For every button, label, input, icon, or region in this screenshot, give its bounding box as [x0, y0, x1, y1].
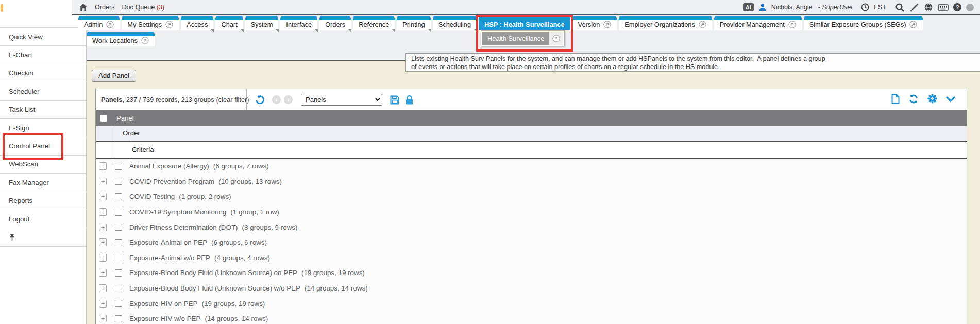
expand-row-icon[interactable]: +: [99, 315, 107, 322]
tab-my-settings[interactable]: My Settings: [122, 16, 179, 30]
clear-filter-link[interactable]: (clear filter): [216, 96, 249, 104]
table-row[interactable]: +Exposure-Blood Body Fluid (Unknown Sour…: [96, 281, 967, 296]
breadcrumb-orders[interactable]: Orders: [95, 4, 115, 11]
keyboard-icon[interactable]: [938, 4, 949, 11]
table-row[interactable]: +Exposure-Animal on PEP(6 groups, 6 rows…: [96, 235, 967, 250]
globe-icon[interactable]: [924, 3, 933, 12]
panel-counts: (6 groups, 6 rows): [211, 238, 267, 246]
sidebar-item-scheduler[interactable]: Scheduler: [0, 82, 86, 100]
expand-row-icon[interactable]: +: [99, 208, 107, 216]
select-all-checkbox[interactable]: [100, 115, 107, 122]
sidebar-pin-row[interactable]: [0, 228, 86, 246]
expand-row-icon[interactable]: +: [99, 178, 107, 185]
search-icon[interactable]: [895, 3, 905, 12]
row-checkbox[interactable]: [115, 285, 122, 292]
sidebar-item-label: Logout: [9, 215, 29, 223]
table-row[interactable]: +COVID-19 Symptom Monitoring(1 group, 1 …: [96, 204, 967, 220]
save-icon[interactable]: [390, 95, 400, 105]
sidebar-item-quick-view[interactable]: Quick View: [0, 28, 86, 46]
wand-icon[interactable]: [909, 3, 919, 12]
tab-provider-management[interactable]: Provider Management: [714, 16, 802, 30]
tab-similar-exposure-groups-segs[interactable]: Similar Exposure Groups (SEGs): [804, 16, 923, 30]
table-row[interactable]: +Exposure-HIV w/o PEP(14 groups, 14 rows…: [96, 311, 967, 324]
sidebar-item-fax-manager[interactable]: Fax Manager: [0, 174, 86, 192]
table-row[interactable]: +Animal Exposure (Allergy)(6 groups, 7 r…: [96, 159, 967, 174]
table-row[interactable]: +COVID Prevention Program(10 groups, 13 …: [96, 174, 967, 190]
new-record-icon[interactable]: [891, 94, 900, 106]
row-checkbox[interactable]: [115, 193, 122, 200]
expand-row-icon[interactable]: +: [99, 254, 107, 262]
tab-system[interactable]: System: [245, 16, 279, 30]
tab-label: Employer Organizations: [624, 21, 695, 28]
row-checkbox[interactable]: [115, 224, 122, 231]
tab-printing[interactable]: Printing: [397, 16, 430, 30]
panel-counts: (14 groups, 14 rows): [305, 284, 368, 292]
expand-row-icon[interactable]: +: [99, 238, 107, 246]
table-row[interactable]: +Exposure-HIV on PEP(19 groups, 19 rows): [96, 296, 967, 311]
refresh-icon[interactable]: [908, 94, 919, 106]
tab-hsp-health-surveillance[interactable]: HSP : Health Surveillance: [479, 16, 570, 30]
panel-counts: (6 groups, 7 rows): [213, 162, 269, 170]
nav-forward-button[interactable]: ›: [284, 95, 293, 104]
ai-badge[interactable]: AI: [743, 3, 754, 11]
expand-row-icon[interactable]: +: [99, 300, 107, 308]
sidebar-item-label: Quick View: [9, 33, 43, 41]
chevron-down-icon[interactable]: [946, 95, 955, 105]
undo-icon[interactable]: [255, 95, 265, 105]
sidebar-item-webscan[interactable]: WebScan: [0, 156, 86, 174]
table-row[interactable]: +COVID Testing(1 group, 2 rows): [96, 189, 967, 204]
breadcrumb-doc-queue[interactable]: Doc Queue (3): [122, 4, 165, 11]
tab-chart[interactable]: Chart: [215, 16, 243, 30]
expand-row-icon[interactable]: +: [99, 162, 107, 170]
tab-access[interactable]: Access: [181, 16, 213, 30]
expand-row-icon[interactable]: +: [99, 224, 107, 231]
row-checkbox[interactable]: [115, 239, 122, 246]
expand-row-icon[interactable]: +: [99, 193, 107, 200]
tab-orders[interactable]: Orders: [319, 16, 351, 30]
row-checkbox[interactable]: [115, 254, 122, 261]
table-row[interactable]: +Driver Fitness Determination (DOT)(8 gr…: [96, 219, 967, 235]
external-link-icon[interactable]: [549, 32, 563, 45]
expand-row-icon[interactable]: +: [99, 269, 107, 277]
row-checkbox[interactable]: [115, 300, 122, 307]
user-name[interactable]: Nichols, Angie: [771, 4, 813, 11]
tab-version[interactable]: Version: [572, 16, 617, 30]
row-checkbox[interactable]: [115, 315, 122, 322]
tab-interface[interactable]: Interface: [280, 16, 317, 30]
sidebar-item-e-chart[interactable]: E-Chart: [0, 46, 86, 64]
tab-label: Interface: [286, 21, 312, 28]
sidebar-item-logout[interactable]: Logout: [0, 210, 86, 228]
sidebar-item-checkin[interactable]: Checkin: [0, 64, 86, 82]
menu-item-health-surveillance[interactable]: Health Surveillance: [482, 32, 549, 45]
external-link-icon: [603, 21, 611, 28]
sidebar-item-task-list[interactable]: Task List: [0, 101, 86, 119]
content-panel: Add Panel Panels, 237 / 739 records, 213…: [87, 60, 980, 324]
row-checkbox[interactable]: [115, 269, 122, 277]
panel-name: Exposure-Blood Body Fluid (Unknown Sourc…: [129, 269, 297, 277]
nav-back-button[interactable]: ‹: [272, 95, 281, 104]
home-icon[interactable]: [79, 3, 88, 11]
table-row[interactable]: +Exposure-Animal w/o PEP(4 groups, 4 row…: [96, 250, 967, 266]
tab-scheduling[interactable]: Scheduling: [433, 16, 477, 30]
row-checkbox[interactable]: [115, 178, 122, 185]
table-row[interactable]: +Exposure-Blood Body Fluid (Unknown Sour…: [96, 265, 967, 281]
sidebar-item-reports[interactable]: Reports: [0, 192, 86, 210]
tab-work-locations[interactable]: Work Locations: [87, 32, 155, 46]
help-icon[interactable]: ?: [953, 3, 961, 11]
view-select[interactable]: Panels: [301, 94, 382, 106]
tab-label: Admin: [84, 21, 103, 28]
add-panel-button[interactable]: Add Panel: [92, 70, 136, 82]
selected-tab-group: HSP : Health SurveillanceHealth Surveill…: [479, 16, 570, 30]
tab-admin[interactable]: Admin: [78, 16, 120, 30]
expand-row-icon[interactable]: +: [99, 284, 107, 292]
row-checkbox[interactable]: [115, 209, 122, 216]
tab-reference[interactable]: Reference: [353, 16, 395, 30]
tab-employer-organizations[interactable]: Employer Organizations: [619, 16, 712, 30]
row-checkbox[interactable]: [115, 163, 122, 170]
sidebar-item-e-sign[interactable]: E-Sign: [0, 119, 86, 137]
sidebar-menu: Quick ViewE-ChartCheckinSchedulerTask Li…: [0, 27, 86, 247]
gear-icon[interactable]: [927, 94, 937, 106]
sidebar-item-control-panel[interactable]: Control Panel: [0, 137, 86, 155]
external-link-icon: [909, 21, 917, 28]
lock-icon[interactable]: [405, 95, 414, 105]
